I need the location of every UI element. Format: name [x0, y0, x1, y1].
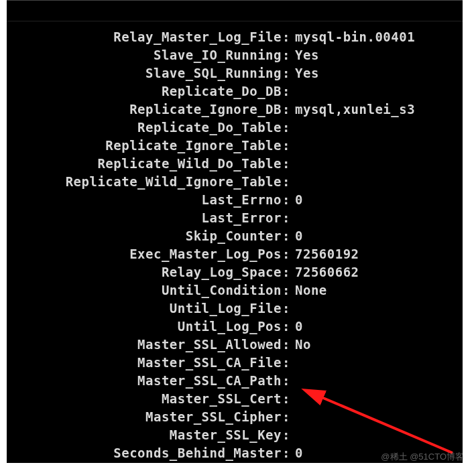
- status-row: Until_Log_Pos:0: [7, 318, 463, 336]
- status-row: Until_Log_File:: [7, 299, 463, 318]
- status-key: Relay_Master_Log_File: [7, 28, 282, 46]
- status-row: Master_SSL_Key:: [7, 426, 463, 444]
- status-key: Master_SSL_Allowed: [7, 336, 282, 354]
- status-value: mysql,xunlei_s3: [291, 100, 463, 119]
- status-row: Skip_Counter:0: [7, 227, 463, 245]
- status-row: Master_SSL_Cert:: [7, 390, 463, 408]
- status-key: Until_Log_File: [7, 299, 282, 318]
- status-key: Master_SSL_CA_File: [7, 354, 282, 372]
- colon: :: [282, 82, 291, 100]
- status-key: Master_SSL_Key: [7, 426, 282, 444]
- status-key: Skip_Counter: [7, 227, 282, 245]
- status-row: Master_SSL_CA_Path:: [7, 372, 463, 390]
- status-row: Relay_Master_Log_File:mysql-bin.00401: [7, 28, 463, 46]
- colon: :: [282, 318, 291, 336]
- colon: :: [282, 390, 291, 408]
- status-row: Slave_SQL_Running:Yes: [7, 64, 463, 82]
- status-key: Replicate_Do_Table: [7, 119, 282, 137]
- colon: :: [282, 155, 291, 173]
- status-row: Replicate_Do_Table:: [7, 119, 463, 137]
- colon: :: [282, 173, 291, 191]
- status-value: [291, 426, 463, 444]
- colon: :: [282, 209, 291, 227]
- status-value: [291, 299, 463, 318]
- status-key: Replicate_Wild_Ignore_Table: [7, 173, 282, 191]
- status-row: Replicate_Wild_Do_Table:: [7, 155, 463, 173]
- status-value: [291, 137, 463, 155]
- status-value: [291, 390, 463, 408]
- status-row: Slave_IO_Running:Yes: [7, 46, 463, 64]
- status-value: 0: [291, 191, 463, 209]
- status-value: 0: [291, 227, 463, 245]
- status-value: Yes: [291, 46, 463, 64]
- colon: :: [282, 28, 291, 46]
- status-key: Master_SSL_Cipher: [7, 408, 282, 426]
- status-row: Replicate_Ignore_Table:: [7, 137, 463, 155]
- status-row: Exec_Master_Log_Pos:72560192: [7, 245, 463, 263]
- status-value: [291, 82, 463, 100]
- status-key: Last_Error: [7, 209, 282, 227]
- status-row: Master_SSL_CA_File:: [7, 354, 463, 372]
- colon: :: [282, 119, 291, 137]
- status-value: [291, 354, 463, 372]
- status-row: Replicate_Do_DB:: [7, 82, 463, 100]
- status-row: Relay_Log_Space:72560662: [7, 263, 463, 281]
- status-value: [291, 209, 463, 227]
- status-value: Yes: [291, 64, 463, 82]
- status-row: Master_SSL_Allowed:No: [7, 336, 463, 354]
- status-row: Until_Condition:None: [7, 281, 463, 299]
- status-key: Until_Condition: [7, 281, 282, 299]
- status-key: Slave_IO_Running: [7, 46, 282, 64]
- watermark: @稀土 @51CTO博客: [381, 451, 464, 463]
- colon: :: [282, 281, 291, 299]
- colon: :: [282, 408, 291, 426]
- colon: :: [282, 372, 291, 390]
- colon: :: [282, 191, 291, 209]
- status-value: [291, 155, 463, 173]
- colon: :: [282, 299, 291, 318]
- status-value: [291, 119, 463, 137]
- status-key: Master_SSL_Cert: [7, 390, 282, 408]
- colon: :: [282, 245, 291, 263]
- colon: :: [282, 64, 291, 82]
- status-key: Replicate_Ignore_DB: [7, 100, 282, 119]
- status-key: Replicate_Do_DB: [7, 82, 282, 100]
- title-bar: [7, 1, 463, 21]
- colon: :: [282, 336, 291, 354]
- status-key: Master_SSL_CA_Path: [7, 372, 282, 390]
- status-value: [291, 372, 463, 390]
- status-key: Seconds_Behind_Master: [7, 444, 282, 462]
- status-value: None: [291, 281, 463, 299]
- colon: :: [282, 444, 291, 462]
- status-value: 72560662: [291, 263, 463, 281]
- colon: :: [282, 227, 291, 245]
- status-key: Last_Errno: [7, 191, 282, 209]
- status-row: Last_Errno:0: [7, 191, 463, 209]
- colon: :: [282, 354, 291, 372]
- colon: :: [282, 263, 291, 281]
- status-value: No: [291, 336, 463, 354]
- status-key: Relay_Log_Space: [7, 263, 282, 281]
- status-row: Replicate_Wild_Ignore_Table:: [7, 173, 463, 191]
- status-key: Slave_SQL_Running: [7, 64, 282, 82]
- status-key: Replicate_Wild_Do_Table: [7, 155, 282, 173]
- status-key: Exec_Master_Log_Pos: [7, 245, 282, 263]
- colon: :: [282, 426, 291, 444]
- colon: :: [282, 46, 291, 64]
- terminal-window: Relay_Master_Log_File:mysql-bin.00401Sla…: [7, 0, 463, 463]
- status-value: mysql-bin.00401: [291, 28, 463, 46]
- status-value: 72560192: [291, 245, 463, 263]
- colon: :: [282, 100, 291, 119]
- status-row: Replicate_Ignore_DB:mysql,xunlei_s3: [7, 100, 463, 119]
- status-value: [291, 408, 463, 426]
- status-value: [291, 173, 463, 191]
- status-row: Last_Error:: [7, 209, 463, 227]
- status-key: Until_Log_Pos: [7, 318, 282, 336]
- colon: :: [282, 137, 291, 155]
- status-value: 0: [291, 318, 463, 336]
- status-key: Replicate_Ignore_Table: [7, 137, 282, 155]
- terminal-output: Relay_Master_Log_File:mysql-bin.00401Sla…: [7, 21, 463, 462]
- status-row: Master_SSL_Cipher:: [7, 408, 463, 426]
